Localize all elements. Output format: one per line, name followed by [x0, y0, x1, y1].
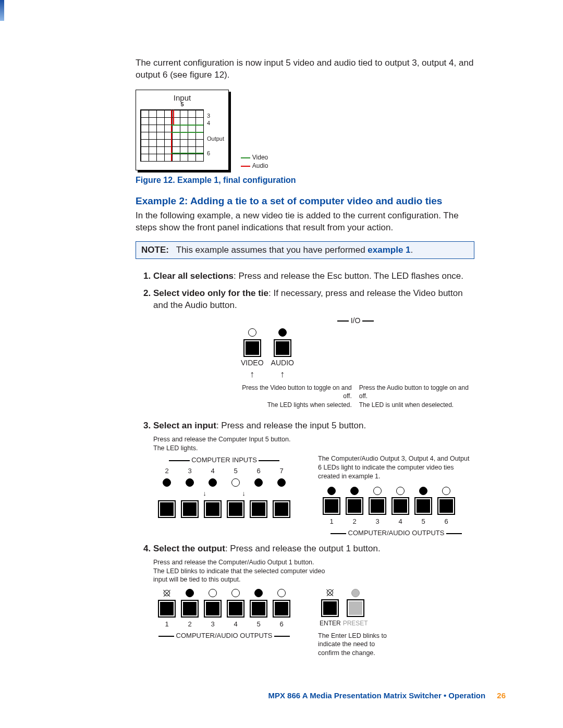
sun-icon — [162, 588, 172, 598]
fig12-out3: 3 — [207, 112, 224, 119]
page-footer: MPX 866 A Media Presentation Matrix Swit… — [268, 691, 506, 700]
output-4-button-s4[interactable] — [227, 600, 244, 618]
output-5-button-s4[interactable] — [250, 600, 267, 618]
audio-button[interactable] — [274, 339, 291, 357]
input-2-button[interactable] — [158, 500, 176, 518]
note-label: NOTE: — [141, 245, 169, 255]
fig12-out4: 4 — [207, 119, 224, 127]
step-3: Select an input: Press and release the i… — [153, 420, 474, 538]
video-led — [248, 328, 256, 337]
video-button[interactable] — [243, 339, 261, 357]
fig12-legend: Video Audio — [241, 153, 268, 170]
output-5-button[interactable] — [414, 497, 432, 515]
intro-text: The current configuration is now input 5… — [136, 57, 474, 81]
preset-button[interactable] — [347, 599, 364, 617]
fig12-input-num: 5 — [140, 101, 224, 107]
output-3-button[interactable] — [369, 497, 386, 515]
input-5-button[interactable] — [227, 500, 244, 518]
figure-12: Input 5 3 4 Output 6 Video Audio — [136, 90, 268, 170]
fig12-caption: Figure 12. Example 1, final configuratio… — [136, 176, 474, 185]
step-1: Clear all selections: Press and release … — [153, 270, 474, 282]
note-box: NOTE: This example assumes that you have… — [136, 241, 474, 259]
note-text: This example assumes that you have perfo… — [176, 245, 368, 255]
output-1-button[interactable] — [323, 497, 340, 515]
fig12-out6: 6 — [207, 150, 224, 157]
step4-hint: Press and release the Computer/Audio Out… — [153, 558, 331, 585]
audio-led — [278, 328, 287, 337]
output-2-button-s4[interactable] — [181, 600, 199, 618]
output-6-button-s4[interactable] — [273, 600, 290, 618]
output-3-button-s4[interactable] — [204, 600, 222, 618]
input-4-button[interactable] — [204, 500, 222, 518]
computer-outputs-panel-step3: The Computer/Audio Output 3, Output 4, a… — [318, 454, 474, 537]
example2-heading: Example 2: Adding a tie to a set of comp… — [136, 195, 474, 207]
io-diagram: I/O VIDEO AUDIO ↑ ↑ Press the Video butt… — [237, 316, 474, 411]
input-6-button[interactable] — [250, 500, 267, 518]
output-4-button[interactable] — [391, 497, 409, 515]
example2-intro: In the following example, a new video ti… — [136, 210, 474, 234]
fig12-grid — [140, 109, 204, 162]
step3-hint: Press and release the Computer Input 5 b… — [153, 435, 474, 453]
step-2: Select video only for the tie: If necess… — [153, 288, 474, 415]
input-7-button[interactable] — [273, 500, 290, 518]
note-link[interactable]: example 1 — [368, 245, 410, 255]
output-1-button-s4[interactable] — [158, 600, 176, 618]
sun-icon — [325, 588, 335, 597]
computer-inputs-panel: COMPUTER INPUTS 23 45 67 ↓ ↓ — [153, 454, 295, 519]
output-6-button[interactable] — [437, 497, 455, 515]
enter-preset-panel: ENTER PRESET The Enter LED blinks to ind… — [318, 586, 391, 658]
fig12-output-label: Output — [207, 135, 224, 142]
step-4: Select the output: Press and release the… — [153, 543, 474, 658]
enter-button[interactable] — [321, 599, 339, 617]
input-3-button[interactable] — [181, 500, 199, 518]
output-2-button[interactable] — [346, 497, 363, 515]
computer-outputs-panel-step4: 12 34 56 COMPUTER/AUDIO OUTPUTS — [153, 586, 295, 640]
